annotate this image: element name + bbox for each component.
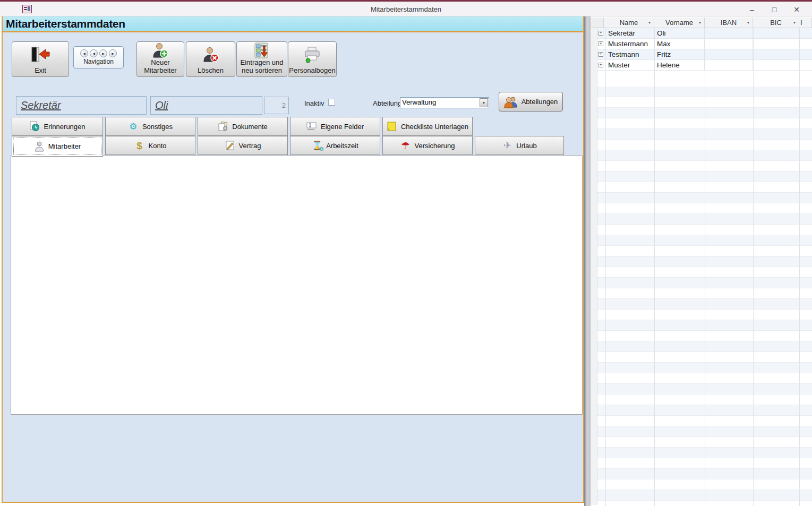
column-header-vorname-label: Vorname	[665, 19, 693, 27]
personnel-sheet-button[interactable]: Personalbogen	[288, 41, 337, 77]
grid-line	[705, 28, 705, 506]
column-header-bic[interactable]: BIC ▼	[753, 18, 799, 28]
tab-vertrag-label: Vertrag	[239, 142, 261, 150]
navigation-button[interactable]: ◀ ◀ ▶ ▶ Navigation	[73, 46, 124, 68]
department-combo[interactable]: Verwaltung ▼	[400, 97, 489, 108]
column-header-vorname[interactable]: Vorname ▼	[654, 18, 705, 28]
page-title: Mitarbeiterstammdaten	[6, 18, 125, 30]
dollar-icon: $	[134, 140, 145, 151]
sort-list-icon	[254, 42, 270, 59]
tab-sonstiges-label: Sonstiges	[142, 123, 173, 131]
cell-name[interactable]: Muster	[605, 60, 654, 70]
delete-button[interactable]: Löschen	[186, 41, 235, 77]
cell-iban[interactable]	[705, 60, 753, 70]
cell-name[interactable]: Mustermann	[605, 39, 654, 49]
record-vorname-display[interactable]: Oli	[150, 96, 262, 115]
printer-icon	[303, 42, 321, 67]
tab-mitarbeiter[interactable]: Mitarbeiter	[12, 136, 103, 157]
expand-row-icon[interactable]: +	[599, 63, 603, 67]
column-header-iban-label: IBAN	[721, 19, 737, 27]
column-header-bic-label: BIC	[770, 19, 782, 27]
column-header-name-label: Name	[620, 19, 638, 27]
cell-bic[interactable]	[753, 60, 799, 70]
cell-vorname[interactable]: Helene	[654, 60, 705, 70]
nav-last-icon[interactable]: ▶	[109, 49, 117, 57]
column-header-name[interactable]: Name ▼	[604, 18, 654, 28]
new-employee-button[interactable]: Neuer Mitarbeiter	[136, 41, 184, 77]
tab-versicherung-label: Versicherung	[415, 142, 455, 150]
new-employee-button-label: Neuer Mitarbeiter	[137, 59, 184, 75]
tab-konto-label: Konto	[149, 142, 167, 150]
tab-mitarbeiter-label: Mitarbeiter	[48, 142, 81, 150]
exit-door-icon	[30, 42, 50, 67]
tab-dokumente-label: Dokumente	[232, 123, 267, 131]
hourglass-icon: ⌛ ⚙	[312, 140, 322, 151]
tab-eigene-felder[interactable]: Eigene Felder	[290, 117, 380, 136]
cell-bic[interactable]	[753, 49, 799, 59]
tab-erinnerungen[interactable]: Erinnerungen	[12, 117, 103, 136]
tab-versicherung[interactable]: ☂ Versicherung	[382, 136, 473, 155]
tab-urlaub[interactable]: ✈ Urlaub	[475, 136, 564, 155]
nav-next-icon[interactable]: ▶	[99, 49, 107, 57]
cell-name[interactable]: Sekretär	[605, 28, 654, 38]
datasheet-corner-cell[interactable]	[591, 18, 604, 28]
column-header-iban[interactable]: IBAN ▼	[705, 18, 753, 28]
sort-button[interactable]: Eintragen und neu sortieren	[236, 41, 287, 77]
minimize-icon[interactable]: –	[741, 3, 763, 16]
inactive-checkbox[interactable]	[328, 99, 335, 106]
department-label: Abteilung	[373, 99, 401, 107]
delete-button-label: Löschen	[198, 67, 224, 75]
reminder-icon	[29, 121, 40, 132]
cell-iban[interactable]	[705, 28, 753, 38]
tab-arbeitszeit[interactable]: ⌛ ⚙ Arbeitszeit	[290, 136, 380, 155]
tab-vertrag[interactable]: Vertrag	[198, 136, 288, 155]
umbrella-icon: ☂	[400, 140, 411, 151]
grid-line	[654, 28, 655, 506]
exit-button-label: Exit	[35, 67, 46, 75]
maximize-icon[interactable]: □	[763, 3, 785, 16]
cell-vorname[interactable]: Max	[654, 39, 705, 49]
personnel-sheet-button-label: Personalbogen	[289, 67, 335, 75]
text-field-icon	[306, 121, 317, 132]
tab-erinnerungen-label: Erinnerungen	[44, 123, 85, 131]
cell-iban[interactable]	[705, 39, 753, 49]
cell-bic[interactable]	[753, 28, 799, 38]
sort-button-label: Eintragen und neu sortieren	[237, 59, 287, 75]
filter-arrow-icon[interactable]: ▼	[698, 21, 702, 24]
close-icon[interactable]: ✕	[785, 3, 808, 16]
documents-icon	[218, 121, 228, 132]
cell-iban[interactable]	[705, 49, 753, 59]
nav-previous-icon[interactable]: ◀	[90, 49, 98, 57]
tab-checkliste-unterlagen[interactable]: Checkliste Unterlagen	[382, 117, 473, 136]
panel-splitter[interactable]	[584, 16, 591, 506]
filter-arrow-icon[interactable]: ▼	[793, 21, 796, 24]
window-controls: – □ ✕	[741, 3, 808, 16]
small-gear-icon: ⚙	[319, 146, 324, 152]
app-window: Mitarbeiterstammdaten – □ ✕ Mitarbeiters…	[0, 0, 812, 506]
column-header-partial[interactable]: I	[799, 18, 812, 28]
tab-dokumente[interactable]: Dokumente	[198, 117, 288, 136]
navigation-arrows: ◀ ◀ ▶ ▶	[80, 49, 117, 57]
expand-row-icon[interactable]: +	[599, 41, 603, 46]
filter-arrow-icon[interactable]: ▼	[747, 21, 750, 24]
nav-first-icon[interactable]: ◀	[80, 49, 88, 57]
cell-vorname[interactable]: Oli	[654, 28, 705, 38]
tab-konto[interactable]: $ Konto	[105, 136, 195, 155]
person-add-icon	[152, 42, 169, 59]
inactive-label: Inaktiv	[304, 99, 324, 107]
row-selector-column[interactable]	[591, 28, 597, 505]
departments-button[interactable]: Abteilungen	[499, 92, 563, 112]
title-bar: Mitarbeiterstammdaten – □ ✕	[0, 0, 812, 16]
cell-vorname[interactable]: Fritz	[654, 49, 705, 59]
tab-sonstiges[interactable]: ⚙ Sonstiges	[105, 117, 195, 136]
grid-line	[605, 28, 606, 506]
employee-datasheet: Name ▼ Vorname ▼ IBAN ▼ BIC ▼ I + Sekre	[591, 16, 812, 506]
dropdown-icon[interactable]: ▼	[480, 98, 488, 107]
exit-button[interactable]: Exit	[12, 41, 69, 77]
filter-arrow-icon[interactable]: ▼	[648, 21, 651, 24]
cell-name[interactable]: Testmann	[605, 49, 654, 59]
record-name-display[interactable]: Sekretär	[16, 96, 147, 115]
cell-bic[interactable]	[753, 39, 799, 49]
expand-row-icon[interactable]: +	[599, 31, 603, 36]
expand-row-icon[interactable]: +	[599, 52, 603, 57]
